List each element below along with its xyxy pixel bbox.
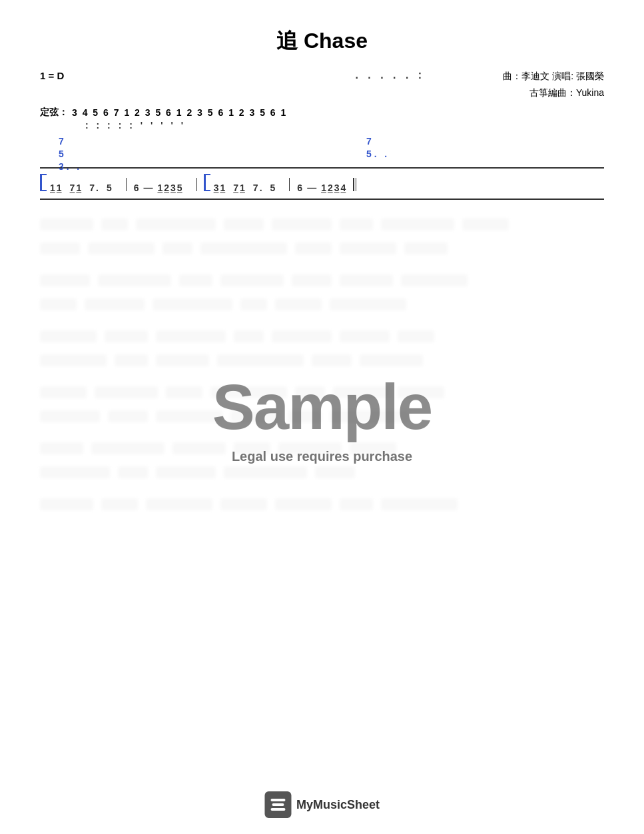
logo-bar-2 [272, 803, 284, 806]
colons-row: : : : : : ' ' ' ' ' [40, 120, 604, 131]
end-double-bar [353, 178, 356, 191]
composer-label: 曲：李迪文 演唱: 張國榮 [503, 68, 604, 85]
stacked-1-bot: 3 . . [59, 161, 79, 173]
measure-bar-3 [289, 178, 290, 191]
note-12-4: 4 [340, 183, 347, 193]
title-section: 追 Chase [40, 27, 604, 56]
note-8-1: 7 [232, 183, 239, 193]
stacked-2-top: 7 [366, 135, 387, 148]
note-6-4: 5 [176, 183, 183, 193]
sheet-music-page: 追 Chase 1 = D . . . . . : 曲：李迪文 演唱: 張國榮 … [0, 0, 644, 834]
arranger-label: 古箏編曲：Yukina [503, 85, 604, 101]
repeat-bracket-left [40, 174, 47, 191]
key-label: 1 = D [40, 68, 64, 84]
logo-bar-3 [270, 808, 285, 811]
note-7-2: 1 [219, 183, 226, 193]
notes-line: 1 1 7 1 7 . 5 6 — 1 [40, 174, 604, 193]
measure-bar-2 [196, 178, 197, 191]
note-1-1: 1 [49, 183, 56, 193]
note-7-1: 3 [213, 183, 220, 193]
logo-icon [264, 791, 291, 818]
stacked-numbers-2: 7 5 . . [366, 135, 387, 161]
note-8-2: 1 [239, 183, 246, 193]
note-9-dot: . [259, 183, 263, 193]
key-tempo: 1 = D [40, 68, 64, 84]
stacked-2-mid: 5 . . [366, 148, 387, 161]
note-6-1: 1 [157, 183, 163, 193]
logo-bar-1 [270, 799, 285, 801]
note-10: 5 [270, 183, 276, 193]
note-4: 5 [106, 183, 113, 193]
note-2-1: 7 [69, 183, 76, 193]
note-6-2: 2 [163, 183, 170, 193]
stacked-numbers-1: 7 5 3 . . [59, 135, 79, 173]
note-9-1: 7 [252, 183, 259, 193]
note-3-1: 7 [89, 183, 95, 193]
logo-section[interactable]: MyMusicSheet [264, 791, 380, 818]
tuning-numbers: 3 4 5 6 7 1 2 3 5 6 1 2 3 5 6 1 2 3 5 6 … [72, 107, 287, 118]
stacked-1-mid: 5 [59, 148, 79, 161]
note-6-3: 3 [170, 183, 176, 193]
note-2-2: 1 [75, 183, 82, 193]
notation-area: 7 5 3 . . 7 5 . . 1 1 7 1 [40, 167, 604, 200]
tuning-label: 定弦： [40, 107, 68, 119]
note-3-dot: . [95, 183, 99, 193]
faded-music-content [40, 207, 604, 739]
notes-bar: 1 1 7 1 7 . 5 6 — 1 [40, 167, 604, 200]
note-12-3: 3 [334, 183, 340, 193]
note-11: 6 [296, 183, 303, 193]
note-12-1: 1 [320, 183, 327, 193]
tuning-row: 定弦： 3 4 5 6 7 1 2 3 5 6 1 2 3 5 6 1 2 3 … [40, 107, 604, 119]
note-5: 6 [133, 183, 140, 193]
repeat-bracket-2 [204, 174, 210, 191]
logo-text: MyMusicSheet [296, 798, 380, 812]
note-12-2: 2 [327, 183, 334, 193]
stacked-1-top: 7 [59, 135, 79, 148]
measure-bar-1 [126, 178, 127, 191]
page-title: 追 Chase [276, 29, 368, 53]
meta-section: 1 = D . . . . . : 曲：李迪文 演唱: 張國榮 古箏編曲：Yuk… [40, 68, 604, 101]
composer-arranger: 曲：李迪文 演唱: 張國榮 古箏編曲：Yukina [503, 68, 604, 101]
note-1-2: 1 [56, 183, 63, 193]
dots-row: . . . . . : [64, 69, 503, 81]
